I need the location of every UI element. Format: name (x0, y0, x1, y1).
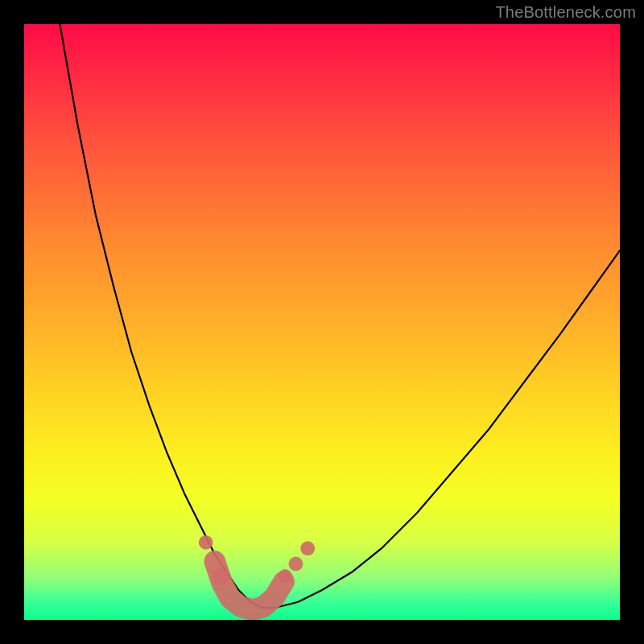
bottleneck-curve (24, 24, 620, 608)
marker-left-high (199, 535, 213, 550)
marker-right-3 (300, 541, 315, 555)
trough-highlight (215, 561, 284, 609)
plot-area (24, 24, 620, 620)
marker-left-low (213, 568, 229, 585)
marker-right-2 (289, 557, 303, 572)
marker-right-1 (278, 569, 292, 584)
curve-svg (24, 24, 620, 620)
chart-frame: TheBottleneck.com (0, 0, 644, 644)
watermark-text: TheBottleneck.com (495, 3, 636, 22)
